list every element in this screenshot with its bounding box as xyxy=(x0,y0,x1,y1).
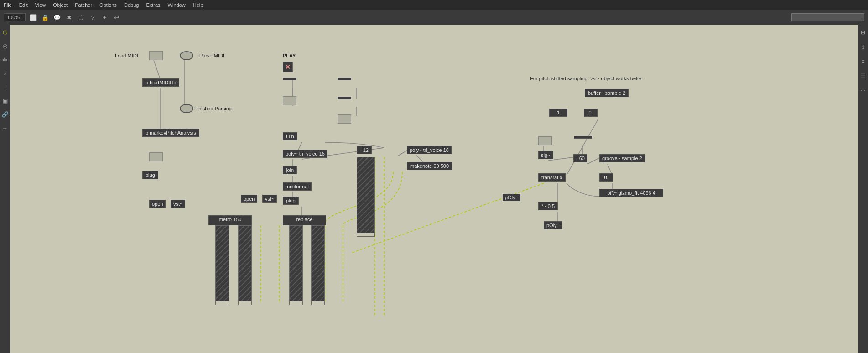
poly-scope xyxy=(357,157,375,237)
menu-view[interactable]: View xyxy=(35,2,46,8)
parse-midi-label: Parse MIDI xyxy=(199,53,224,58)
p-markovPitchAnalysis[interactable]: p markovPitchAnalysis xyxy=(142,129,199,137)
help-icon[interactable]: ? xyxy=(88,13,97,21)
makenote[interactable]: join xyxy=(283,166,297,174)
open-1[interactable]: vst~ xyxy=(171,200,185,208)
sidebar-cube-icon[interactable]: ⬡ xyxy=(1,28,9,36)
sidebar-split-icon[interactable]: ⋮ xyxy=(1,83,9,91)
patch-canvas: Load MIDI Parse MIDI PLAY Finished Parsi… xyxy=(10,25,858,353)
svg-line-20 xyxy=(567,119,598,175)
tib[interactable]: poly~ tri_voice 16 xyxy=(283,150,327,158)
menu-file[interactable]: File xyxy=(4,2,12,8)
toggle-metro[interactable] xyxy=(283,96,296,105)
vst2-scope-right xyxy=(311,225,325,305)
times-0-5[interactable]: pOly - xyxy=(544,221,562,229)
right-sidebar: ⊞ ℹ ≡ ☰ ⋯ xyxy=(858,25,868,353)
menu-window[interactable]: Window xyxy=(168,2,186,8)
num-0b[interactable]: pfft~ gizmo_fft 4096 4 xyxy=(599,189,663,197)
right-info-icon[interactable]: ℹ xyxy=(859,43,867,51)
plug-1[interactable]: open xyxy=(149,200,166,208)
transratio[interactable]: 0. xyxy=(599,173,613,182)
menu-bar: File Edit View Object Patcher Options De… xyxy=(0,0,868,10)
search-input[interactable] xyxy=(791,13,864,21)
connections-layer xyxy=(10,25,858,353)
toolbar: 100% ⬜ 🔒 💬 ✖ ⬡ ? ＋ ↩ xyxy=(0,10,868,25)
new-object-icon[interactable]: ⬡ xyxy=(77,13,85,21)
load-midi-label: Load MIDI xyxy=(115,53,138,58)
open-2[interactable]: vst~ xyxy=(262,195,277,203)
p-loadMIDIfile[interactable]: p loadMIDIfile xyxy=(142,78,179,87)
delete-icon[interactable]: ✖ xyxy=(65,13,73,21)
right-grid-icon[interactable]: ⊞ xyxy=(859,28,867,36)
s-resetMatrix[interactable]: plug xyxy=(142,171,158,179)
sidebar-chain-icon[interactable]: 🔗 xyxy=(1,110,9,119)
menu-extras[interactable]: Extras xyxy=(146,2,160,8)
num-0[interactable]: 1 xyxy=(549,109,567,117)
sidebar-back-icon[interactable]: ← xyxy=(1,124,9,132)
sidebar-music-icon[interactable]: ♪ xyxy=(1,69,9,78)
menu-debug[interactable]: Debug xyxy=(124,2,139,8)
vst-2[interactable]: replace xyxy=(283,215,326,225)
poly-tri-voice-a[interactable]: - 12 xyxy=(357,146,372,154)
load-midi-toggle[interactable] xyxy=(149,51,163,60)
i-obj[interactable]: sig~ xyxy=(538,151,553,159)
plus-icon[interactable]: ＋ xyxy=(100,13,109,21)
menu-edit[interactable]: Edit xyxy=(19,2,28,8)
toggle-reset[interactable] xyxy=(149,152,163,161)
finished-parsing-label: Finished Parsing xyxy=(194,106,232,111)
vst-1[interactable]: metro 150 xyxy=(208,215,252,225)
groove-sample[interactable]: transratio xyxy=(538,173,566,182)
metro-150[interactable] xyxy=(283,78,296,80)
random-40[interactable] xyxy=(338,78,351,80)
menu-help[interactable]: Help xyxy=(193,2,203,8)
buffer-sample[interactable]: 0. xyxy=(584,109,598,117)
lock-icon[interactable]: 🔒 xyxy=(41,13,49,21)
sidebar-image-icon[interactable]: ▣ xyxy=(1,97,9,105)
sidebar-target-icon[interactable]: ◎ xyxy=(1,42,9,50)
poly-tri-voice-b[interactable]: makenote 60 500 xyxy=(407,162,452,170)
vst1-scope-left xyxy=(215,225,229,305)
pfft-gizmo[interactable]: *~ 0.5 xyxy=(538,202,558,210)
join[interactable]: midiformat xyxy=(283,182,312,191)
sidebar-text-icon[interactable]: abc xyxy=(1,56,9,64)
left-sidebar: ⬡ ◎ abc ♪ ⋮ ▣ 🔗 ← xyxy=(0,25,10,353)
undo-icon[interactable]: ↩ xyxy=(112,13,120,21)
replace-obj[interactable]: buffer~ sample 2 xyxy=(585,89,629,97)
toggle-3[interactable] xyxy=(538,136,552,145)
minus-12[interactable]: poly~ tri_voice 16 xyxy=(407,146,452,154)
midiformat[interactable]: plug xyxy=(283,197,299,205)
finished-parsing-bang[interactable] xyxy=(180,104,193,113)
comment-icon[interactable]: 💬 xyxy=(53,13,61,21)
num-1[interactable] xyxy=(574,136,592,139)
svg-line-0 xyxy=(154,60,161,80)
vst2-scope-left xyxy=(289,225,303,305)
menu-object[interactable]: Object xyxy=(53,2,68,8)
present-mode-icon[interactable]: ⬜ xyxy=(29,13,37,21)
vst1-scope-right xyxy=(238,225,252,305)
sig-obj[interactable]: - 60 xyxy=(573,154,587,162)
plug-2[interactable]: open xyxy=(241,195,257,203)
play-bang[interactable]: ✕ xyxy=(283,62,293,72)
top-comment: For pitch-shifted sampling. vst~ object … xyxy=(530,76,643,81)
parse-midi-bang[interactable] xyxy=(180,51,193,60)
menu-patcher[interactable]: Patcher xyxy=(75,2,92,8)
toggle-2[interactable] xyxy=(338,114,351,124)
right-list2-icon[interactable]: ☰ xyxy=(859,72,867,80)
poly-label: pOly - xyxy=(503,194,520,201)
menu-options[interactable]: Options xyxy=(99,2,117,8)
right-dots-icon[interactable]: ⋯ xyxy=(859,87,867,95)
p-markovPitchGenerate[interactable]: t i b xyxy=(283,132,297,140)
zoom-level[interactable]: 100% xyxy=(4,13,26,21)
minus-60[interactable]: groove~ sample 2 xyxy=(599,154,645,162)
play-label: PLAY xyxy=(283,53,296,58)
if-stmt[interactable] xyxy=(338,97,351,99)
right-list-icon[interactable]: ≡ xyxy=(859,57,867,66)
